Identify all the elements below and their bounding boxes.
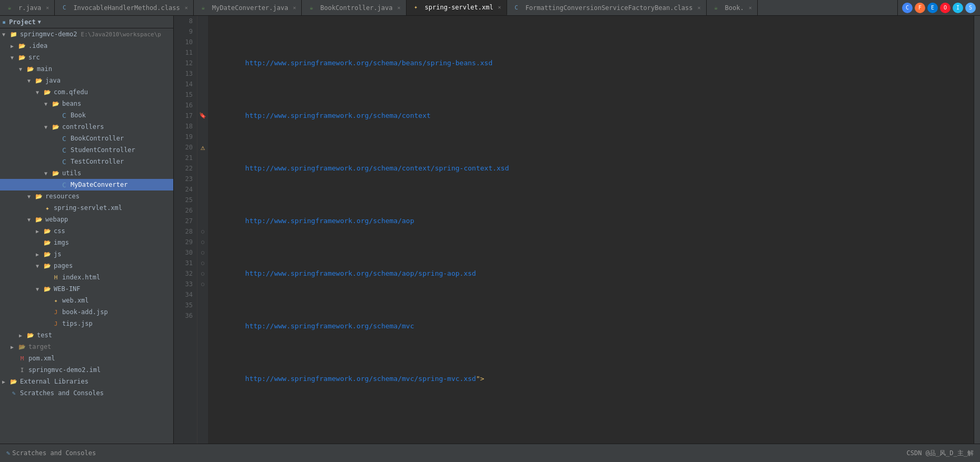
fold-icon[interactable]: ○ [197,268,208,279]
code-editor[interactable]: http://www.springframework.org/schema/be… [208,16,974,444]
vertical-scrollbar[interactable] [974,16,980,444]
sidebar-item-pomxml[interactable]: M pom.xml [0,353,173,364]
sidebar-item-tipsjsp[interactable]: J tips.jsp [0,318,173,329]
tab-close-icon[interactable]: ✕ [293,5,296,11]
tab-close-icon[interactable]: ✕ [498,4,501,10]
sidebar-item-beans[interactable]: ▼ 📂 beans [0,98,173,109]
sidebar-project-header[interactable]: ▪ Project ▼ [0,16,173,28]
sidebar-item-spring-servlet[interactable]: ✦ spring-servlet.xml [0,202,173,214]
java-folder-icon: 📂 [35,76,43,85]
sidebar-item-main[interactable]: ▼ 📂 main [0,63,173,75]
line-numbers: 8 9 10 11 12 13 14 15 16 17 18 19 20 21 … [174,16,197,444]
sidebar-item-resources[interactable]: ▼ 📂 resources [0,190,173,202]
browser-opera-icon[interactable]: O [940,3,951,13]
sidebar-item-target[interactable]: ▶ 📂 target [0,341,173,353]
sidebar-item-bookcontroller[interactable]: C BookController [0,133,173,144]
sidebar-item-js[interactable]: ▶ 📂 js [0,248,173,260]
browser-ie-icon[interactable]: I [953,3,963,13]
bottom-right: CSDN @品_风_D_主_解 [907,449,974,458]
sidebar-item-css[interactable]: ▶ 📂 css [0,225,173,237]
folder-icon: 📂 [52,123,60,131]
sidebar-item-controllers[interactable]: ▼ 📂 controllers [0,121,173,133]
java-file-icon: C [60,111,68,119]
browser-edge-icon[interactable]: E [927,3,938,13]
java-icon: ☕ [199,4,207,12]
class-icon: C [512,4,521,12]
tab-close-icon[interactable]: ✕ [398,5,401,11]
sidebar-item-indexhtml[interactable]: H index.html [0,272,173,283]
tab-label: BookController.java [320,4,392,12]
sidebar-item-idea[interactable]: ▶ 📂 .idea [0,40,173,52]
tab-book[interactable]: ☕ Book. ✕ [707,0,758,15]
sidebar-item-pages[interactable]: ▼ 📂 pages [0,260,173,272]
sidebar-item-webxml[interactable]: ✦ web.xml [0,295,173,306]
fold-icon[interactable]: ○ [197,237,208,247]
tab-mydateconverter[interactable]: ☕ MyDateConverter.java ✕ [194,0,302,15]
fold-icon[interactable]: ○ [197,279,208,289]
fold-icon[interactable]: ○ [197,258,208,268]
sidebar-bookctrl-label: BookController [71,135,124,142]
tab-label: FormattingConversionServiceFactoryBean.c… [526,4,693,12]
collapse-arrow: ▼ [11,55,18,61]
sidebar-item-test[interactable]: ▶ 📂 test [0,329,173,341]
sidebar-item-book[interactable]: C Book [0,109,173,121]
tab-close-icon[interactable]: ✕ [749,5,752,11]
tab-close-icon[interactable]: ✕ [698,5,701,11]
sidebar-item-iml[interactable]: I springmvc-demo2.iml [0,364,173,376]
sidebar-tipsjsp-label: tips.jsp [62,320,93,327]
sidebar-iml-label: springmvc-demo2.iml [28,366,101,374]
bookmark-icon[interactable]: 🔖 [197,111,208,121]
collapse-arrow: ▼ [27,194,35,199]
sidebar-item-webinf[interactable]: ▼ 📂 WEB-INF [0,283,173,295]
java-file-icon: C [60,134,68,143]
collapse-arrow: ▼ [44,124,52,130]
iml-icon: I [18,366,26,374]
collapse-arrow: ▶ [2,379,9,385]
collapse-arrow: ▶ [11,43,18,49]
tab-bookcontroller[interactable]: ☕ BookController.java ✕ [302,0,406,15]
sidebar-item-utils[interactable]: ▼ 📂 utils [0,167,173,179]
sidebar-item-java[interactable]: ▼ 📂 java [0,75,173,86]
sidebar-bookadd-label: book-add.jsp [62,308,108,316]
tab-r-java[interactable]: ☕ r.java ✕ [0,0,55,15]
sidebar-item-extlibs[interactable]: ▶ 📂 External Libraries [0,376,173,387]
java-file-icon: C [60,180,68,189]
code-line-14: http://www.springframework.org/schema/mv… [212,374,974,384]
bottom-left: ✎ Scratches and Consoles [6,449,96,457]
sidebar-imgs-label: imgs [54,239,69,246]
tab-formatting[interactable]: C FormattingConversionServiceFactoryBean… [507,0,707,15]
tab-invocable[interactable]: C InvocableHandlerMethod.class ✕ [55,0,193,15]
sidebar-item-mydateconverter[interactable]: C MyDateConverter [0,179,173,190]
collapse-arrow: ▶ [19,333,26,338]
tab-spring-servlet[interactable]: ✦ spring-servlet.xml ✕ [407,0,507,15]
tab-bar: ☕ r.java ✕ C InvocableHandlerMethod.clas… [0,0,980,16]
browser-chrome-icon[interactable]: C [902,3,913,13]
collapse-arrow: ▼ [27,217,35,223]
folder-icon: 📂 [9,377,18,386]
sidebar-item-root[interactable]: ▼ 📁 springmvc-demo2 E:\Java2010\workspac… [0,28,173,40]
sidebar-item-studentcontroller[interactable]: C StudentController [0,144,173,156]
browser-firefox-icon[interactable]: F [915,3,925,13]
folder-icon: 📂 [52,99,60,108]
sidebar-target-label: target [28,343,51,350]
fold-icon[interactable]: ○ [197,247,208,258]
browser-icons: C F E O I S [897,0,980,15]
folder-icon: 📂 [18,42,26,50]
sidebar-item-bookadd[interactable]: J book-add.jsp [0,306,173,318]
sidebar-item-comqfedu[interactable]: ▼ 📂 com.qfedu [0,86,173,98]
class-icon: C [60,4,68,12]
sidebar-item-imgs[interactable]: 📂 imgs [0,237,173,248]
sidebar-controllers-label: controllers [62,123,104,130]
fold-icon[interactable]: ○ [197,226,208,237]
sidebar-item-src[interactable]: ▼ 📂 src [0,52,173,63]
sidebar-item-webapp[interactable]: ▼ 📂 webapp [0,214,173,225]
sidebar-pages-label: pages [54,262,73,269]
collapse-arrow: ▼ [36,263,43,269]
sidebar-item-testcontroller[interactable]: C TestController [0,156,173,167]
tab-close-icon[interactable]: ✕ [46,5,49,11]
sidebar-item-scratches[interactable]: ✎ Scratches and Consoles [0,387,173,399]
folder-icon: 📂 [43,285,52,293]
project-sidebar: ▪ Project ▼ ▼ 📁 springmvc-demo2 E:\Java2… [0,16,174,444]
browser-safari-icon[interactable]: S [965,3,976,13]
tab-close-icon[interactable]: ✕ [185,5,188,11]
